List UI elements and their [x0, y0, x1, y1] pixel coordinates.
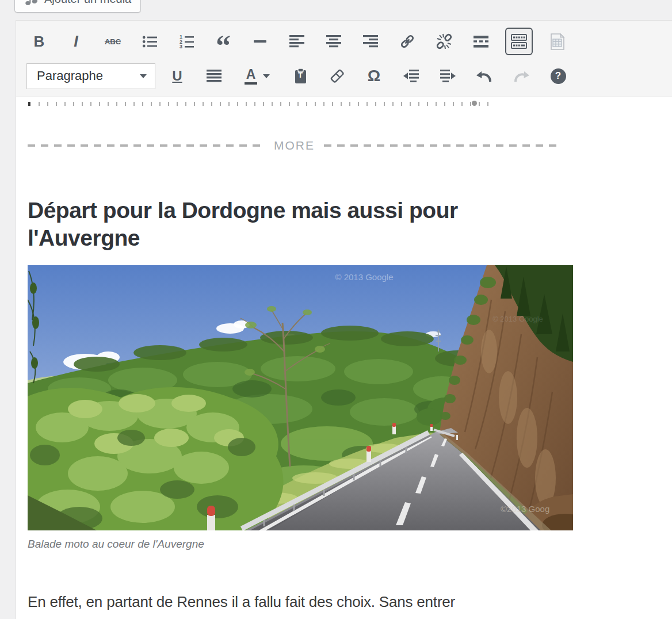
- bullet-list-icon: [142, 35, 158, 48]
- read-more-button[interactable]: [468, 29, 494, 54]
- align-right-button[interactable]: [358, 29, 383, 54]
- bold-button[interactable]: B: [26, 29, 52, 54]
- unlink-button[interactable]: [432, 29, 457, 54]
- post-editor: B I ABC 1 2 3 “: [16, 20, 672, 619]
- post-heading[interactable]: Départ pour la Dordogne mais aussi pour …: [28, 197, 557, 252]
- paste-from-word-button: [544, 29, 570, 54]
- horizontal-rule-icon: [254, 40, 266, 43]
- outdent-icon: [403, 70, 419, 83]
- music-notes-icon: [24, 0, 39, 6]
- link-button[interactable]: [395, 29, 420, 54]
- help-icon: ?: [551, 68, 566, 84]
- align-center-button[interactable]: [321, 29, 346, 54]
- numbered-list-icon: 1 2 3: [179, 34, 194, 49]
- clear-formatting-button[interactable]: [324, 63, 350, 89]
- underline-button[interactable]: U: [165, 63, 190, 89]
- more-label: MORE: [274, 139, 315, 152]
- align-right-icon: [363, 35, 378, 48]
- chevron-down-icon: [140, 74, 147, 78]
- italic-button[interactable]: I: [63, 29, 89, 54]
- underline-icon: U: [172, 68, 182, 84]
- svg-text:3: 3: [180, 44, 182, 49]
- undo-button[interactable]: [472, 63, 497, 89]
- editor-content[interactable]: MORE Départ pour la Dordogne mais aussi …: [16, 97, 672, 611]
- bold-icon: B: [34, 33, 45, 51]
- redo-button: [509, 63, 534, 89]
- toolbar-row-2: Paragraphe U A: [26, 60, 672, 92]
- redo-icon: [512, 68, 530, 84]
- paste-as-text-button[interactable]: T: [288, 63, 313, 89]
- document-table-icon: [549, 33, 565, 50]
- align-left-button[interactable]: [284, 29, 310, 54]
- editor-toolbar: B I ABC 1 2 3 “: [16, 21, 672, 97]
- street-view-photo: © 2013 Google © 2013 Google ©2013 Goog: [28, 265, 573, 530]
- blockquote-button[interactable]: “: [211, 29, 236, 54]
- format-dropdown[interactable]: Paragraphe: [26, 63, 155, 89]
- strikethrough-button[interactable]: ABC: [100, 29, 125, 54]
- paste-text-letter: T: [298, 71, 303, 79]
- text-color-icon: A: [245, 68, 257, 85]
- unlink-icon: [436, 33, 453, 50]
- read-more-icon: [474, 36, 488, 48]
- justify-button[interactable]: [201, 63, 227, 89]
- numbered-list-button[interactable]: 1 2 3: [174, 29, 199, 54]
- omega-icon: Ω: [368, 67, 380, 85]
- bullet-list-button[interactable]: [137, 29, 162, 54]
- toolbar-toggle-icon: [510, 33, 528, 50]
- justify-icon: [207, 70, 222, 82]
- google-watermark-bottom: ©2013 Goog: [501, 504, 549, 514]
- toolbar-row-1: B I ABC 1 2 3 “: [26, 25, 672, 58]
- add-media-label: Ajouter un média: [44, 0, 131, 6]
- add-media-button[interactable]: Ajouter un média: [14, 0, 141, 13]
- chevron-down-icon: [263, 74, 270, 78]
- google-watermark-top: © 2013 Google: [335, 272, 393, 282]
- align-left-icon: [289, 35, 304, 48]
- align-center-icon: [326, 35, 341, 48]
- more-dash-left: [28, 144, 265, 147]
- post-image[interactable]: © 2013 Google © 2013 Google ©2013 Goog: [28, 265, 573, 530]
- indent-button[interactable]: [435, 63, 460, 89]
- more-divider[interactable]: MORE: [28, 139, 561, 152]
- more-dash-right: [324, 144, 561, 147]
- outdent-button[interactable]: [398, 63, 423, 89]
- special-character-button[interactable]: Ω: [361, 63, 387, 89]
- indent-icon: [440, 70, 456, 83]
- horizontal-rule-button[interactable]: [247, 29, 273, 54]
- text-color-button[interactable]: A: [238, 63, 276, 89]
- link-icon: [399, 33, 416, 50]
- blockquote-icon: “: [216, 33, 231, 50]
- help-button[interactable]: ?: [545, 63, 571, 89]
- eraser-icon: [329, 67, 346, 85]
- image-caption[interactable]: Balade moto au coeur de l'Auvergne: [28, 538, 672, 551]
- italic-icon: I: [74, 33, 78, 51]
- google-watermark-mid: © 2013 Google: [492, 315, 543, 323]
- format-dropdown-value: Paragraphe: [37, 68, 103, 83]
- strikethrough-icon: ABC: [105, 37, 121, 46]
- undo-icon: [475, 68, 494, 84]
- post-paragraph[interactable]: En effet, en partant de Rennes il a fall…: [28, 593, 603, 611]
- toolbar-toggle-button[interactable]: [505, 28, 533, 55]
- clipped-text-line: [28, 102, 488, 106]
